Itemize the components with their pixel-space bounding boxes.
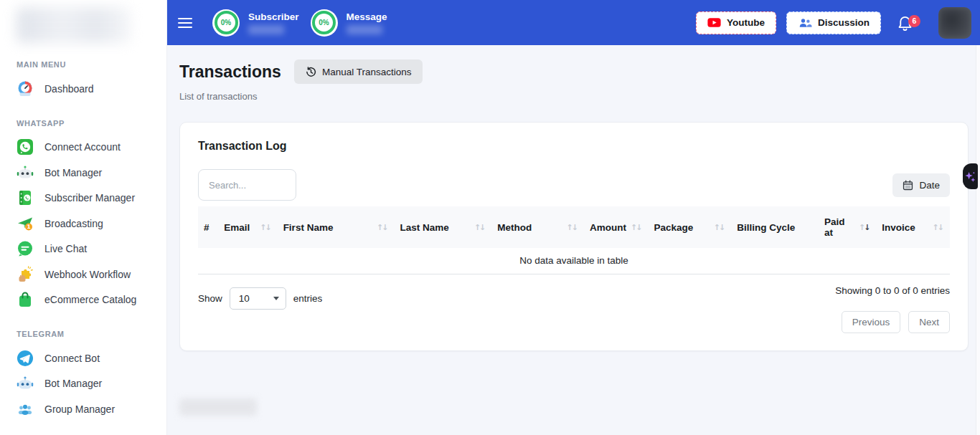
sort-icon[interactable] xyxy=(474,224,486,231)
sort-icon[interactable] xyxy=(377,224,388,231)
sidebar-item-connect-bot[interactable]: Connect Bot xyxy=(17,345,155,371)
subscriber-percent: 0% xyxy=(215,11,238,34)
scrollbar-track[interactable] xyxy=(976,45,980,435)
column-header-amount[interactable]: Amount xyxy=(584,206,649,248)
sidebar-item-bot-manager-whatsapp[interactable]: Bot Manager xyxy=(17,160,155,186)
page-size-select-wrap: 10 xyxy=(230,287,286,310)
subscriber-stat: 0% Subscriber xyxy=(212,9,299,37)
avatar-blurred xyxy=(938,7,971,39)
users-icon xyxy=(798,16,812,29)
page-size-select[interactable]: 10 xyxy=(230,287,286,310)
sort-icon[interactable] xyxy=(567,224,578,231)
column-header-index: # xyxy=(198,206,218,248)
svg-text:1: 1 xyxy=(27,224,30,230)
sort-icon[interactable] xyxy=(631,224,642,231)
empty-state-text: No data available in table xyxy=(198,248,950,274)
youtube-button[interactable]: Youtube xyxy=(696,11,776,34)
workflow-icon xyxy=(17,266,34,283)
sidebar-item-label: Group Manager xyxy=(44,403,115,415)
search-input[interactable] xyxy=(198,169,296,201)
column-header-invoice[interactable]: Invoice xyxy=(876,206,950,248)
sidebar-item-live-chat[interactable]: Live Chat xyxy=(17,236,155,262)
next-page-button[interactable]: Next xyxy=(908,311,950,333)
show-label: Show xyxy=(198,293,222,304)
bag-icon xyxy=(17,291,34,308)
message-percent: 0% xyxy=(312,11,336,34)
sidebar-item-bot-manager-telegram[interactable]: Bot Manager xyxy=(17,371,155,397)
gauge-icon xyxy=(17,80,34,97)
table-header-row: # Email First Name Last Name Method Amou… xyxy=(198,206,950,248)
sort-icon[interactable] xyxy=(933,224,944,231)
discussion-button[interactable]: Discussion xyxy=(786,11,881,34)
sidebar-section-telegram: TELEGRAM xyxy=(17,330,155,338)
sidebar-item-ecommerce-catalog[interactable]: eCommerce Catalog xyxy=(17,287,155,313)
showing-entries-text: Showing 0 to 0 of 0 entries xyxy=(835,285,950,296)
column-header-first-name[interactable]: First Name xyxy=(278,206,395,248)
sidebar-item-connect-account[interactable]: Connect Account xyxy=(17,135,155,161)
youtube-button-label: Youtube xyxy=(727,17,765,28)
app-logo-blurred xyxy=(17,7,131,43)
robot-icon xyxy=(17,164,34,181)
group-icon xyxy=(17,401,34,418)
column-header-package[interactable]: Package xyxy=(649,206,732,248)
message-value-blurred xyxy=(347,25,382,34)
hamburger-menu-icon[interactable] xyxy=(178,18,192,28)
card-title: Transaction Log xyxy=(198,140,950,153)
sidebar-item-webhook-workflow[interactable]: Webhook Workflow xyxy=(17,262,155,287)
discussion-button-label: Discussion xyxy=(818,17,870,28)
date-filter-button[interactable]: Date xyxy=(892,173,950,197)
contacts-icon xyxy=(17,189,34,206)
page-title: Transactions xyxy=(179,62,281,82)
message-stat: 0% Message xyxy=(311,9,387,37)
main-content: Transactions Manual Transactions List of… xyxy=(167,45,976,435)
chat-icon xyxy=(17,240,34,257)
footer-text-blurred xyxy=(179,398,257,416)
sidebar-item-label: eCommerce Catalog xyxy=(44,294,136,305)
column-header-email[interactable]: Email xyxy=(218,206,277,248)
telegram-icon xyxy=(17,350,34,367)
sort-icon[interactable] xyxy=(859,224,870,231)
calendar-icon xyxy=(903,180,913,191)
sort-icon[interactable] xyxy=(714,224,725,231)
sort-icon[interactable] xyxy=(260,224,271,231)
sidebar-item-label: Bot Manager xyxy=(44,378,102,389)
column-header-billing-cycle: Billing Cycle xyxy=(731,206,819,248)
ai-assistant-button[interactable] xyxy=(963,163,978,189)
column-header-paid-at[interactable]: Paid at xyxy=(819,206,876,248)
sidebar-item-group-manager[interactable]: Group Manager xyxy=(17,396,155,422)
notifications-button[interactable]: 6 xyxy=(897,14,914,32)
subscriber-value-blurred xyxy=(248,25,284,34)
message-progress-ring: 0% xyxy=(311,9,338,37)
topbar: 0% Subscriber 0% Message Youtube Discuss… xyxy=(167,0,980,45)
subscriber-label: Subscriber xyxy=(248,11,299,22)
page-subtitle: List of transactions xyxy=(179,91,969,102)
sidebar-item-subscriber-manager[interactable]: Subscriber Manager xyxy=(17,186,155,211)
empty-state-row: No data available in table xyxy=(198,248,950,274)
column-header-method[interactable]: Method xyxy=(491,206,584,248)
subscriber-progress-ring: 0% xyxy=(212,9,240,37)
sidebar-item-label: Dashboard xyxy=(44,83,94,95)
sidebar-item-label: Bot Manager xyxy=(44,167,102,178)
transactions-table: # Email First Name Last Name Method Amou… xyxy=(198,206,950,274)
user-avatar[interactable] xyxy=(938,7,971,39)
column-header-last-name[interactable]: Last Name xyxy=(395,206,492,248)
sidebar-item-label: Connect Bot xyxy=(44,353,100,364)
sidebar-item-dashboard[interactable]: Dashboard xyxy=(17,76,155,102)
sidebar: MAIN MENU Dashboard WHATSAPP Connect Acc… xyxy=(0,0,167,435)
previous-page-button[interactable]: Previous xyxy=(842,311,901,333)
sidebar-section-whatsapp: WHATSAPP xyxy=(17,119,155,128)
sidebar-item-label: Connect Account xyxy=(44,141,121,153)
manual-transactions-label: Manual Transactions xyxy=(322,67,412,77)
sidebar-item-label: Live Chat xyxy=(44,243,87,254)
notification-count-badge: 6 xyxy=(908,15,920,27)
sidebar-section-main-menu: MAIN MENU xyxy=(17,60,155,69)
sidebar-item-broadcasting[interactable]: 1 Broadcasting xyxy=(17,211,155,236)
sparkles-icon xyxy=(965,171,976,183)
entries-label: entries xyxy=(293,293,323,304)
sidebar-item-label: Broadcasting xyxy=(44,218,103,229)
message-label: Message xyxy=(347,11,387,22)
manual-transactions-button[interactable]: Manual Transactions xyxy=(294,59,423,84)
broadcast-icon: 1 xyxy=(17,215,34,232)
whatsapp-icon xyxy=(17,138,34,156)
sidebar-item-label: Subscriber Manager xyxy=(44,192,135,204)
